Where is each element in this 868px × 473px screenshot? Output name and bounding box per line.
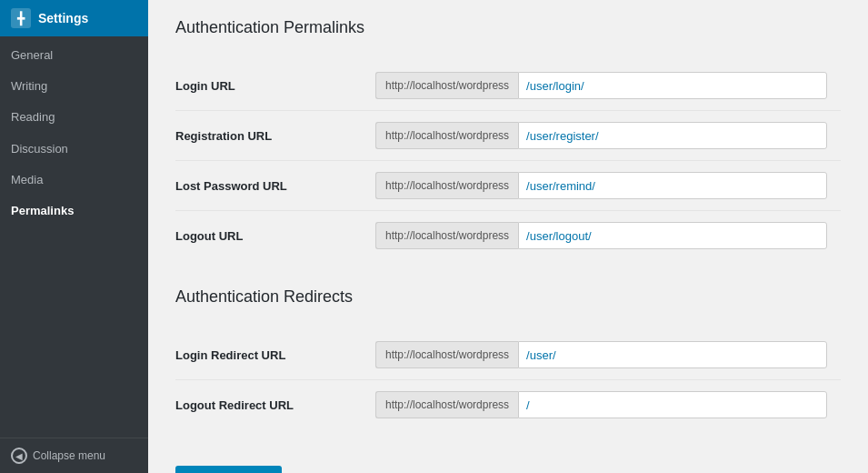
url-field-wrapper: http://localhost/wordpress <box>375 391 841 418</box>
field-input-cell: http://localhost/wordpress <box>375 380 841 430</box>
field-input-cell: http://localhost/wordpress <box>375 61 841 111</box>
url-suffix-input[interactable] <box>518 391 827 418</box>
sidebar-header-label: Settings <box>38 11 88 25</box>
table-row: Logout Redirect URL http://localhost/wor… <box>175 380 841 430</box>
field-label: Lost Password URL <box>175 161 375 211</box>
table-row: Logout URL http://localhost/wordpress <box>175 211 841 261</box>
field-label: Logout Redirect URL <box>175 380 375 430</box>
table-row: Login URL http://localhost/wordpress <box>175 61 841 111</box>
url-suffix-input[interactable] <box>518 222 827 249</box>
sidebar-item-reading[interactable]: Reading <box>0 102 148 133</box>
url-prefix: http://localhost/wordpress <box>375 172 518 199</box>
field-input-cell: http://localhost/wordpress <box>375 211 841 261</box>
url-prefix: http://localhost/wordpress <box>375 122 518 149</box>
field-label: Login Redirect URL <box>175 330 375 380</box>
sidebar-nav: General Writing Reading Discussion Media… <box>0 36 148 438</box>
url-field-wrapper: http://localhost/wordpress <box>375 222 841 249</box>
field-input-cell: http://localhost/wordpress <box>375 111 841 161</box>
field-input-cell: http://localhost/wordpress <box>375 161 841 211</box>
url-field-wrapper: http://localhost/wordpress <box>375 72 841 99</box>
section1-title: Authentication Permalinks <box>175 18 841 45</box>
section2-title: Authentication Redirects <box>175 287 841 314</box>
main-content: Authentication Permalinks Login URL http… <box>148 0 868 473</box>
wp-icon: ╋ <box>11 8 31 28</box>
table-row: Login Redirect URL http://localhost/word… <box>175 330 841 380</box>
save-changes-button[interactable]: Save Changes <box>175 466 282 473</box>
collapse-icon: ◀ <box>11 448 27 464</box>
sidebar-item-media[interactable]: Media <box>0 165 148 196</box>
permalinks-table: Login URL http://localhost/wordpress Reg… <box>175 61 841 260</box>
sidebar-item-permalinks[interactable]: Permalinks <box>0 196 148 226</box>
url-prefix: http://localhost/wordpress <box>375 341 518 368</box>
url-field-wrapper: http://localhost/wordpress <box>375 172 841 199</box>
table-row: Registration URL http://localhost/wordpr… <box>175 111 841 161</box>
sidebar-item-writing[interactable]: Writing <box>0 71 148 102</box>
url-prefix: http://localhost/wordpress <box>375 222 518 249</box>
field-label: Login URL <box>175 61 375 111</box>
url-prefix: http://localhost/wordpress <box>375 72 518 99</box>
url-field-wrapper: http://localhost/wordpress <box>375 122 841 149</box>
field-input-cell: http://localhost/wordpress <box>375 330 841 380</box>
collapse-label: Collapse menu <box>33 449 105 462</box>
sidebar: ╋ Settings General Writing Reading Discu… <box>0 0 148 473</box>
field-label: Logout URL <box>175 211 375 261</box>
url-prefix: http://localhost/wordpress <box>375 391 518 418</box>
url-field-wrapper: http://localhost/wordpress <box>375 341 841 368</box>
url-suffix-input[interactable] <box>518 72 827 99</box>
sidebar-item-discussion[interactable]: Discussion <box>0 134 148 165</box>
collapse-menu-button[interactable]: ◀ Collapse menu <box>0 438 148 473</box>
redirects-table: Login Redirect URL http://localhost/word… <box>175 330 841 429</box>
url-suffix-input[interactable] <box>518 172 827 199</box>
field-label: Registration URL <box>175 111 375 161</box>
url-suffix-input[interactable] <box>518 341 827 368</box>
sidebar-header: ╋ Settings <box>0 0 148 36</box>
table-row: Lost Password URL http://localhost/wordp… <box>175 161 841 211</box>
url-suffix-input[interactable] <box>518 122 827 149</box>
sidebar-item-general[interactable]: General <box>0 40 148 71</box>
